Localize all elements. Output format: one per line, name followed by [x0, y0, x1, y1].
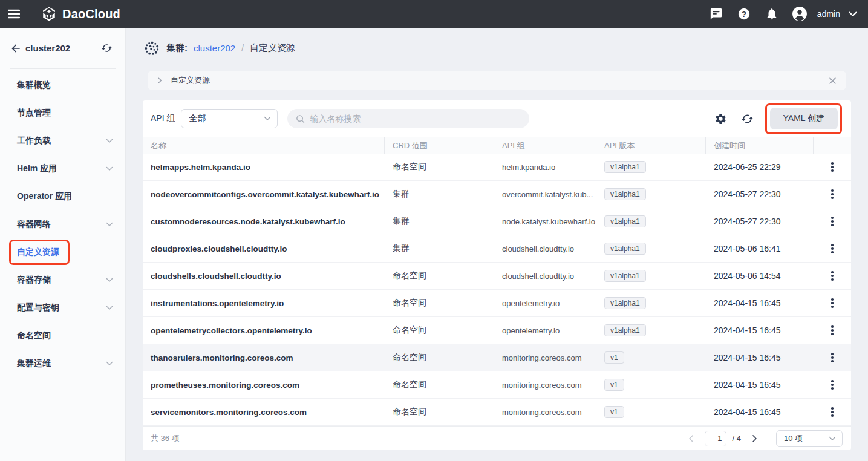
- table-row[interactable]: cloudproxies.cloudshell.cloudtty.io集群clo…: [143, 235, 851, 263]
- crd-name: helmapps.helm.kpanda.io: [143, 154, 385, 180]
- crd-api-group: opentelemetry.io: [494, 317, 596, 344]
- crd-api-version-cell: v1: [596, 399, 706, 425]
- sidebar-item-10[interactable]: 集群运维: [0, 350, 125, 378]
- crd-actions-cell: [814, 235, 851, 262]
- crd-name: servicemonitors.monitoring.coreos.com: [143, 399, 385, 425]
- crd-api-version-cell: v1alpha1: [596, 235, 706, 262]
- search-box: [287, 109, 529, 128]
- sidebar-item-3[interactable]: Helm 应用: [0, 155, 125, 183]
- sidebar-item-8[interactable]: 配置与密钥: [0, 294, 125, 322]
- sidebar-item-5[interactable]: 容器网络: [0, 211, 125, 238]
- cluster-dots-icon: [144, 40, 160, 56]
- sidebar-item-label: 配置与密钥: [17, 302, 59, 313]
- sidebar-item-7[interactable]: 容器存储: [0, 266, 125, 294]
- kebab-menu-icon[interactable]: [827, 159, 837, 175]
- table-body: helmapps.helm.kpanda.io命名空间helm.kpanda.i…: [143, 154, 851, 426]
- table-row[interactable]: instrumentations.opentelemetry.io命名空间ope…: [143, 290, 851, 317]
- search-input[interactable]: [310, 114, 521, 123]
- close-icon[interactable]: [829, 77, 837, 85]
- crd-created-time: 2024-05-27 22:30: [706, 208, 814, 235]
- chevron-down-icon: [106, 306, 113, 310]
- api-group-select[interactable]: 全部: [181, 109, 278, 128]
- crd-actions-cell: [814, 208, 851, 235]
- main-content: 集群: cluster202 / 自定义资源 自定义资源 API 组 全部: [126, 28, 868, 461]
- page-size-select[interactable]: 10 项: [776, 430, 843, 447]
- crd-api-group: node.katalyst.kubewharf.io: [494, 208, 596, 235]
- yaml-create-button[interactable]: YAML 创建: [770, 108, 838, 129]
- sidebar-item-9[interactable]: 命名空间: [0, 322, 125, 350]
- table-footer: 共 36 项 / 4 10 项: [143, 426, 851, 450]
- crd-api-version-cell: v1alpha1: [596, 154, 706, 180]
- sidebar-menu: 集群概览节点管理工作负载Helm 应用Operator 应用容器网络自定义资源容…: [0, 69, 125, 378]
- crd-api-group: monitoring.coreos.com: [494, 344, 596, 371]
- crd-api-group: overcommit.katalyst.kub...: [494, 181, 596, 208]
- kebab-menu-icon[interactable]: [827, 349, 837, 366]
- kebab-menu-icon[interactable]: [827, 376, 837, 393]
- prev-page-icon[interactable]: [684, 431, 699, 446]
- page-number-input[interactable]: [705, 431, 726, 446]
- crd-name: cloudproxies.cloudshell.cloudtty.io: [143, 235, 385, 262]
- crd-scope: 命名空间: [385, 371, 494, 398]
- chevron-down-icon: [106, 278, 113, 283]
- crd-api-group: helm.kpanda.io: [494, 154, 596, 180]
- version-badge: v1: [604, 351, 624, 364]
- daocloud-logo-icon: [41, 6, 57, 22]
- next-page-icon[interactable]: [747, 431, 762, 446]
- brand-name: DaoCloud: [62, 7, 120, 21]
- kebab-menu-icon[interactable]: [827, 213, 837, 230]
- avatar[interactable]: [788, 2, 811, 25]
- sidebar-item-label: 集群运维: [17, 358, 51, 369]
- table-row[interactable]: helmapps.helm.kpanda.io命名空间helm.kpanda.i…: [143, 154, 851, 181]
- kebab-menu-icon[interactable]: [827, 295, 837, 312]
- crd-actions-cell: [814, 181, 851, 208]
- kebab-menu-icon[interactable]: [827, 267, 837, 284]
- breadcrumb-cluster-link[interactable]: cluster202: [194, 43, 235, 53]
- kebab-menu-icon[interactable]: [827, 186, 837, 203]
- table-row[interactable]: thanosrulers.monitoring.coreos.com命名空间mo…: [143, 344, 851, 371]
- table-row[interactable]: prometheuses.monitoring.coreos.com命名空间mo…: [143, 371, 851, 399]
- column-header-5: [814, 137, 851, 154]
- sidebar-item-2[interactable]: 工作负载: [0, 127, 125, 155]
- crd-created-time: 2024-05-06 16:41: [706, 235, 814, 262]
- switch-cluster-icon[interactable]: [99, 41, 114, 56]
- crd-actions-cell: [814, 263, 851, 289]
- sidebar-item-1[interactable]: 节点管理: [0, 99, 125, 127]
- table-row[interactable]: opentelemetrycollectors.opentelemetry.io…: [143, 317, 851, 344]
- crd-api-version-cell: v1: [596, 344, 706, 371]
- sidebar-item-4[interactable]: Operator 应用: [0, 183, 125, 211]
- bell-icon[interactable]: [760, 2, 783, 25]
- crd-actions-cell: [814, 154, 851, 180]
- crd-actions-cell: [814, 317, 851, 344]
- pagination: / 4 10 项: [684, 430, 843, 447]
- table-row[interactable]: customnoderesources.node.katalyst.kubewh…: [143, 208, 851, 235]
- version-badge: v1alpha1: [604, 215, 646, 227]
- sidebar: cluster202 集群概览节点管理工作负载Helm 应用Operator 应…: [0, 28, 126, 461]
- expand-chevron-icon[interactable]: [156, 77, 163, 84]
- user-chevron-down-icon[interactable]: [849, 11, 857, 17]
- crd-api-version-cell: v1alpha1: [596, 290, 706, 316]
- collapse-bar-title: 自定义资源: [171, 75, 210, 86]
- crd-scope: 集群: [385, 181, 494, 208]
- gear-icon[interactable]: [712, 110, 730, 128]
- help-icon[interactable]: ?: [733, 2, 755, 25]
- version-badge: v1alpha1: [604, 188, 646, 200]
- sidebar-item-6[interactable]: 自定义资源: [0, 238, 125, 266]
- kebab-menu-icon[interactable]: [827, 240, 837, 257]
- table-row[interactable]: cloudshells.cloudshell.cloudtty.io命名空间cl…: [143, 263, 851, 290]
- sidebar-item-0[interactable]: 集群概览: [0, 71, 125, 99]
- column-header-3: API 版本: [596, 137, 706, 154]
- topbar: DaoCloud ? admin: [0, 0, 868, 28]
- table-row[interactable]: servicemonitors.monitoring.coreos.com命名空…: [143, 399, 851, 426]
- chat-icon[interactable]: [705, 2, 728, 25]
- crd-name: cloudshells.cloudshell.cloudtty.io: [143, 263, 385, 289]
- crd-scope: 命名空间: [385, 344, 494, 371]
- kebab-menu-icon[interactable]: [827, 322, 837, 339]
- refresh-icon[interactable]: [739, 110, 757, 128]
- daocloud-logo[interactable]: DaoCloud: [41, 6, 120, 22]
- breadcrumb: 集群: cluster202 / 自定义资源: [126, 28, 868, 57]
- back-arrow-icon[interactable]: [7, 40, 24, 57]
- table-row[interactable]: nodeovercommitconfigs.overcommit.katalys…: [143, 181, 851, 208]
- kebab-menu-icon[interactable]: [827, 404, 837, 420]
- table-header: 名称CRD 范围API 组API 版本创建时间: [143, 137, 851, 154]
- menu-icon[interactable]: [0, 0, 28, 28]
